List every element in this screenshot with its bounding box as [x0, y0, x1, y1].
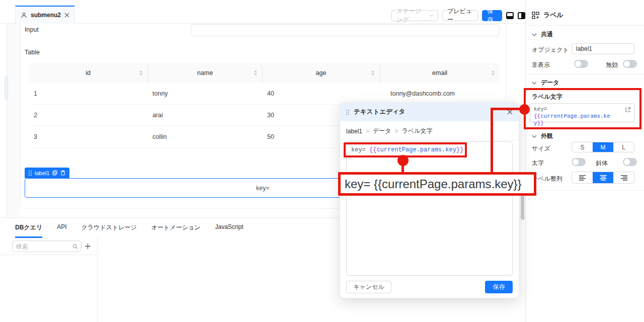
tab-db-query[interactable]: DBクエリ: [15, 223, 42, 238]
inspector-title: ラベル: [543, 11, 564, 20]
italic-label: 斜体: [596, 159, 608, 168]
copy-icon[interactable]: [52, 170, 57, 176]
app-root: submenu2 ステージング プレビュー 保存 Input Table id: [0, 0, 644, 322]
toggle-bottom-panel-icon[interactable]: [506, 12, 514, 19]
add-query-button[interactable]: [83, 241, 93, 251]
size-segmented: S M L: [572, 142, 634, 152]
component-icon: [532, 12, 539, 19]
breadcrumb-item[interactable]: label1: [346, 128, 362, 135]
input-widget-label: Input: [25, 26, 39, 33]
code-editor-textarea[interactable]: key= {{currentPage.params.key}}: [346, 141, 513, 276]
cancel-button[interactable]: キャンセル: [346, 281, 391, 293]
drag-handle-icon[interactable]: [346, 110, 349, 115]
align-left-icon: [579, 175, 586, 181]
object-name-input[interactable]: [572, 43, 634, 54]
chevron-down-icon: [532, 135, 537, 138]
table-widget-label: Table: [25, 49, 40, 56]
input-widget-field[interactable]: [191, 24, 500, 36]
top-bar: submenu2 ステージング プレビュー 保存: [0, 0, 525, 24]
align-center-button[interactable]: [593, 172, 613, 183]
divider: [526, 190, 644, 191]
align-label: ラベル整列: [532, 175, 562, 183]
hidden-toggle[interactable]: [574, 60, 588, 68]
collapsed-left-panel: [7, 24, 20, 217]
table-header-age[interactable]: age: [262, 63, 379, 83]
align-segmented: [572, 172, 634, 184]
align-right-button[interactable]: [613, 172, 634, 183]
plus-icon: [85, 243, 91, 250]
environment-label: ステージング: [396, 7, 427, 24]
hidden-label: 非表示: [532, 61, 550, 69]
save-button[interactable]: 保存: [482, 10, 502, 21]
environment-select[interactable]: ステージング: [391, 10, 438, 21]
annotation-connector: [491, 108, 493, 174]
left-panel-drag-handle[interactable]: [5, 76, 8, 100]
toolbar: ステージング プレビュー 保存: [391, 10, 525, 21]
table-header-id[interactable]: id: [29, 63, 147, 83]
divider: [526, 74, 644, 74]
drag-handle-icon[interactable]: [29, 171, 32, 176]
sort-icon[interactable]: [254, 70, 257, 75]
search-icon: [72, 244, 77, 250]
divider: [526, 25, 644, 26]
tab-javascript[interactable]: JavaScript: [215, 223, 243, 238]
query-search-box[interactable]: [12, 240, 82, 252]
scrollbar-thumb[interactable]: [521, 195, 524, 220]
size-s-button[interactable]: S: [572, 142, 593, 152]
inspector-sidebar: ラベル 共通 オブジェクト 非表示 無効 データ ラベル文字 key= {{cu…: [525, 0, 644, 322]
bottom-panel-tabs: DBクエリ API クラウドストレージ オートメーション JavaScript: [15, 223, 244, 238]
annotation-callout-text: key= {{currentPage.params.key}}: [338, 172, 536, 196]
chevron-down-icon: [532, 82, 537, 85]
breadcrumb-separator: >: [366, 128, 369, 135]
table-row[interactable]: 1 tonny 40 tonny@dashcomb.com: [29, 83, 500, 105]
page-tab-title: submenu2: [31, 12, 61, 19]
modal-title: テキストエディタ: [354, 108, 405, 116]
tab-close-icon[interactable]: [64, 13, 69, 18]
breadcrumb-separator: >: [395, 128, 398, 135]
tab-automation[interactable]: オートメーション: [151, 223, 201, 238]
trash-icon[interactable]: [60, 170, 65, 176]
tab-cloud-storage[interactable]: クラウドストレージ: [82, 223, 137, 238]
bold-toggle[interactable]: [572, 158, 586, 166]
sort-icon[interactable]: [139, 70, 142, 75]
size-l-button[interactable]: L: [613, 142, 634, 152]
table-header-name[interactable]: name: [147, 63, 262, 83]
chevron-down-icon: [430, 14, 433, 17]
annotation-dot: [397, 155, 409, 166]
search-input[interactable]: [16, 243, 69, 250]
italic-toggle[interactable]: [623, 158, 637, 166]
bold-label: 太字: [532, 159, 544, 168]
label-widget-text: key=: [256, 185, 270, 192]
panel-divider: [97, 237, 98, 322]
size-label: サイズ: [532, 144, 550, 153]
panel-divider: [0, 255, 97, 255]
chevron-down-icon: [532, 33, 537, 36]
modal-save-button[interactable]: 保存: [485, 281, 513, 293]
object-label: オブジェクト: [532, 46, 569, 54]
section-common[interactable]: 共通: [532, 30, 553, 39]
sort-icon[interactable]: [371, 70, 374, 75]
selected-widget-tag[interactable]: label1: [25, 168, 69, 178]
section-data[interactable]: データ: [532, 78, 559, 87]
table-header-email[interactable]: email: [379, 63, 500, 83]
sort-icon[interactable]: [492, 70, 495, 75]
disabled-toggle[interactable]: [623, 60, 637, 68]
size-m-button[interactable]: M: [593, 142, 613, 152]
toggle-right-panel-icon[interactable]: [518, 12, 525, 19]
user-icon: [21, 12, 27, 19]
annotation-dot: [519, 104, 530, 115]
selected-widget-name: label1: [35, 170, 49, 176]
table-header-row: id name age email: [29, 63, 500, 83]
section-appearance[interactable]: 外観: [532, 132, 553, 140]
disabled-label: 無効: [606, 61, 618, 69]
align-left-button[interactable]: [572, 172, 593, 183]
align-right-icon: [620, 175, 627, 181]
breadcrumb-item[interactable]: ラベル文字: [402, 127, 433, 135]
align-center-icon: [600, 175, 607, 181]
tab-api[interactable]: API: [57, 223, 66, 238]
page-tab-submenu2[interactable]: submenu2: [15, 6, 75, 24]
inspector-header: ラベル: [532, 11, 564, 20]
annotation-box-sidebar: [524, 88, 641, 129]
preview-button[interactable]: プレビュー: [442, 10, 478, 21]
breadcrumb-item[interactable]: データ: [373, 127, 391, 135]
